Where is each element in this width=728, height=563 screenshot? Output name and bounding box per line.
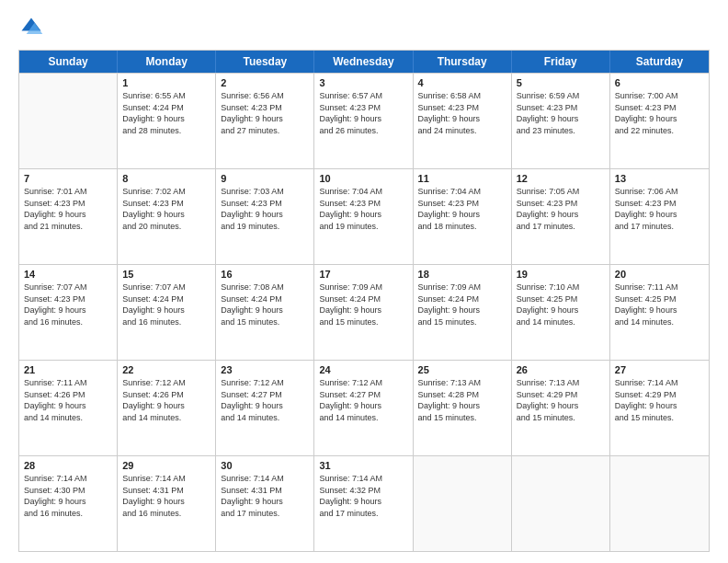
day-info: Sunrise: 6:59 AM Sunset: 4:23 PM Dayligh… bbox=[517, 90, 605, 136]
day-number: 28 bbox=[24, 460, 112, 471]
day-info: Sunrise: 6:58 AM Sunset: 4:23 PM Dayligh… bbox=[418, 90, 506, 136]
day-info: Sunrise: 7:09 AM Sunset: 4:24 PM Dayligh… bbox=[319, 282, 407, 327]
day-cell-2: 2Sunrise: 6:56 AM Sunset: 4:23 PM Daylig… bbox=[216, 74, 314, 168]
day-number: 31 bbox=[319, 460, 407, 471]
day-info: Sunrise: 6:57 AM Sunset: 4:23 PM Dayligh… bbox=[319, 90, 407, 136]
day-info: Sunrise: 7:14 AM Sunset: 4:32 PM Dayligh… bbox=[319, 473, 407, 519]
day-number: 25 bbox=[418, 364, 506, 375]
day-cell-5: 5Sunrise: 6:59 AM Sunset: 4:23 PM Daylig… bbox=[512, 74, 610, 168]
day-cell-31: 31Sunrise: 7:14 AM Sunset: 4:32 PM Dayli… bbox=[314, 456, 413, 551]
day-info: Sunrise: 7:08 AM Sunset: 4:24 PM Dayligh… bbox=[221, 282, 309, 327]
day-number: 19 bbox=[517, 269, 605, 280]
day-number: 4 bbox=[418, 77, 506, 88]
day-info: Sunrise: 7:11 AM Sunset: 4:25 PM Dayligh… bbox=[615, 282, 704, 327]
header-day-tuesday: Tuesday bbox=[216, 51, 314, 73]
day-info: Sunrise: 7:12 AM Sunset: 4:27 PM Dayligh… bbox=[319, 377, 407, 423]
empty-cell bbox=[610, 456, 709, 551]
day-number: 13 bbox=[615, 173, 704, 184]
day-number: 30 bbox=[221, 460, 309, 471]
day-cell-16: 16Sunrise: 7:08 AM Sunset: 4:24 PM Dayli… bbox=[216, 265, 314, 360]
day-cell-10: 10Sunrise: 7:04 AM Sunset: 4:23 PM Dayli… bbox=[314, 169, 413, 264]
day-number: 16 bbox=[221, 269, 309, 280]
day-cell-22: 22Sunrise: 7:12 AM Sunset: 4:26 PM Dayli… bbox=[118, 361, 216, 455]
header-day-wednesday: Wednesday bbox=[314, 51, 413, 73]
logo-icon bbox=[18, 15, 44, 40]
day-info: Sunrise: 7:04 AM Sunset: 4:23 PM Dayligh… bbox=[319, 186, 407, 232]
day-number: 26 bbox=[517, 364, 605, 375]
day-info: Sunrise: 7:09 AM Sunset: 4:24 PM Dayligh… bbox=[418, 282, 506, 327]
day-number: 20 bbox=[615, 269, 704, 280]
empty-cell bbox=[512, 456, 610, 551]
week-row-2: 14Sunrise: 7:07 AM Sunset: 4:23 PM Dayli… bbox=[19, 264, 709, 360]
day-info: Sunrise: 7:04 AM Sunset: 4:23 PM Dayligh… bbox=[418, 186, 506, 232]
day-cell-15: 15Sunrise: 7:07 AM Sunset: 4:24 PM Dayli… bbox=[118, 265, 216, 360]
week-row-4: 28Sunrise: 7:14 AM Sunset: 4:30 PM Dayli… bbox=[19, 455, 709, 551]
day-cell-26: 26Sunrise: 7:13 AM Sunset: 4:29 PM Dayli… bbox=[512, 361, 610, 455]
day-cell-24: 24Sunrise: 7:12 AM Sunset: 4:27 PM Dayli… bbox=[314, 361, 413, 455]
day-number: 17 bbox=[319, 269, 407, 280]
day-number: 5 bbox=[517, 77, 605, 88]
day-info: Sunrise: 7:07 AM Sunset: 4:23 PM Dayligh… bbox=[24, 282, 112, 327]
day-info: Sunrise: 7:01 AM Sunset: 4:23 PM Dayligh… bbox=[24, 186, 112, 232]
day-info: Sunrise: 7:11 AM Sunset: 4:26 PM Dayligh… bbox=[24, 377, 112, 423]
day-number: 11 bbox=[418, 173, 506, 184]
header-day-thursday: Thursday bbox=[414, 51, 512, 73]
day-info: Sunrise: 7:13 AM Sunset: 4:28 PM Dayligh… bbox=[418, 377, 506, 423]
calendar: SundayMondayTuesdayWednesdayThursdayFrid… bbox=[18, 50, 710, 552]
day-cell-27: 27Sunrise: 7:14 AM Sunset: 4:29 PM Dayli… bbox=[610, 361, 709, 455]
day-cell-12: 12Sunrise: 7:05 AM Sunset: 4:23 PM Dayli… bbox=[512, 169, 610, 264]
day-cell-29: 29Sunrise: 7:14 AM Sunset: 4:31 PM Dayli… bbox=[118, 456, 216, 551]
day-info: Sunrise: 7:07 AM Sunset: 4:24 PM Dayligh… bbox=[122, 282, 210, 327]
header-day-saturday: Saturday bbox=[610, 51, 709, 73]
day-number: 10 bbox=[319, 173, 407, 184]
day-info: Sunrise: 6:56 AM Sunset: 4:23 PM Dayligh… bbox=[221, 90, 309, 136]
day-cell-25: 25Sunrise: 7:13 AM Sunset: 4:28 PM Dayli… bbox=[414, 361, 512, 455]
week-row-1: 7Sunrise: 7:01 AM Sunset: 4:23 PM Daylig… bbox=[19, 168, 709, 264]
day-number: 1 bbox=[122, 77, 210, 88]
page: SundayMondayTuesdayWednesdayThursdayFrid… bbox=[0, 0, 728, 563]
day-cell-1: 1Sunrise: 6:55 AM Sunset: 4:24 PM Daylig… bbox=[118, 74, 216, 168]
empty-cell bbox=[414, 456, 512, 551]
day-info: Sunrise: 7:13 AM Sunset: 4:29 PM Dayligh… bbox=[517, 377, 605, 423]
day-cell-21: 21Sunrise: 7:11 AM Sunset: 4:26 PM Dayli… bbox=[19, 361, 118, 455]
day-info: Sunrise: 7:05 AM Sunset: 4:23 PM Dayligh… bbox=[517, 186, 605, 232]
logo bbox=[18, 15, 48, 40]
day-number: 24 bbox=[319, 364, 407, 375]
day-number: 29 bbox=[122, 460, 210, 471]
day-info: Sunrise: 7:12 AM Sunset: 4:27 PM Dayligh… bbox=[221, 377, 309, 423]
day-cell-17: 17Sunrise: 7:09 AM Sunset: 4:24 PM Dayli… bbox=[314, 265, 413, 360]
week-row-3: 21Sunrise: 7:11 AM Sunset: 4:26 PM Dayli… bbox=[19, 360, 709, 455]
day-info: Sunrise: 7:14 AM Sunset: 4:29 PM Dayligh… bbox=[615, 377, 704, 423]
day-info: Sunrise: 7:10 AM Sunset: 4:25 PM Dayligh… bbox=[517, 282, 605, 327]
day-number: 18 bbox=[418, 269, 506, 280]
header-day-monday: Monday bbox=[118, 51, 216, 73]
day-cell-23: 23Sunrise: 7:12 AM Sunset: 4:27 PM Dayli… bbox=[216, 361, 314, 455]
day-info: Sunrise: 7:14 AM Sunset: 4:31 PM Dayligh… bbox=[221, 473, 309, 519]
day-number: 23 bbox=[221, 364, 309, 375]
day-cell-9: 9Sunrise: 7:03 AM Sunset: 4:23 PM Daylig… bbox=[216, 169, 314, 264]
day-number: 2 bbox=[221, 77, 309, 88]
day-number: 14 bbox=[24, 269, 112, 280]
day-number: 22 bbox=[122, 364, 210, 375]
day-cell-13: 13Sunrise: 7:06 AM Sunset: 4:23 PM Dayli… bbox=[610, 169, 709, 264]
day-number: 6 bbox=[615, 77, 704, 88]
header-day-friday: Friday bbox=[512, 51, 610, 73]
day-number: 21 bbox=[24, 364, 112, 375]
day-cell-19: 19Sunrise: 7:10 AM Sunset: 4:25 PM Dayli… bbox=[512, 265, 610, 360]
day-cell-3: 3Sunrise: 6:57 AM Sunset: 4:23 PM Daylig… bbox=[314, 74, 413, 168]
day-info: Sunrise: 7:02 AM Sunset: 4:23 PM Dayligh… bbox=[122, 186, 210, 232]
day-number: 8 bbox=[122, 173, 210, 184]
day-info: Sunrise: 6:55 AM Sunset: 4:24 PM Dayligh… bbox=[122, 90, 210, 136]
day-number: 9 bbox=[221, 173, 309, 184]
day-info: Sunrise: 7:12 AM Sunset: 4:26 PM Dayligh… bbox=[122, 377, 210, 423]
day-cell-8: 8Sunrise: 7:02 AM Sunset: 4:23 PM Daylig… bbox=[118, 169, 216, 264]
calendar-header-row: SundayMondayTuesdayWednesdayThursdayFrid… bbox=[19, 51, 709, 73]
day-number: 15 bbox=[122, 269, 210, 280]
day-number: 7 bbox=[24, 173, 112, 184]
day-cell-11: 11Sunrise: 7:04 AM Sunset: 4:23 PM Dayli… bbox=[414, 169, 512, 264]
day-cell-20: 20Sunrise: 7:11 AM Sunset: 4:25 PM Dayli… bbox=[610, 265, 709, 360]
day-cell-28: 28Sunrise: 7:14 AM Sunset: 4:30 PM Dayli… bbox=[19, 456, 118, 551]
header bbox=[18, 15, 710, 40]
day-info: Sunrise: 7:06 AM Sunset: 4:23 PM Dayligh… bbox=[615, 186, 704, 232]
day-info: Sunrise: 7:00 AM Sunset: 4:23 PM Dayligh… bbox=[615, 90, 704, 136]
